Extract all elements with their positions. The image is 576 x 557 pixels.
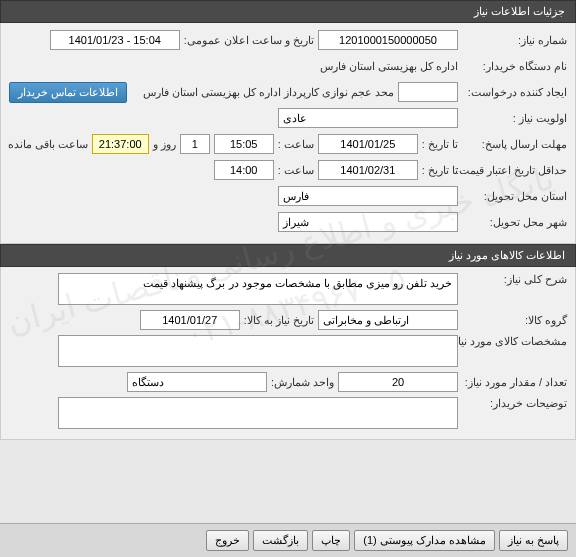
spec-label: مشخصات کالای مورد نیاز:: [462, 335, 567, 348]
requester-input[interactable]: [398, 82, 458, 102]
province-value: فارس: [278, 186, 458, 206]
remaining-time: 21:37:00: [92, 134, 149, 154]
need-number-label: شماره نیاز:: [462, 34, 567, 47]
spec-textarea[interactable]: [58, 335, 458, 367]
print-button[interactable]: چاپ: [312, 530, 350, 551]
announce-value: 1401/01/23 - 15:04: [50, 30, 180, 50]
to-date-label: تا تاریخ :: [422, 138, 458, 151]
unit-label: واحد شمارش:: [271, 376, 334, 389]
respond-button[interactable]: پاسخ به نیاز: [499, 530, 568, 551]
group-value: ارتباطی و مخابراتی: [318, 310, 458, 330]
validity-label: حداقل تاریخ اعتبار قیمت:: [462, 164, 567, 177]
back-button[interactable]: بازگشت: [253, 530, 308, 551]
need-date-label: تاریخ نیاز به کالا:: [244, 314, 314, 327]
unit-value: دستگاه: [127, 372, 267, 392]
days-label: روز و: [153, 138, 176, 151]
deadline-label: مهلت ارسال پاسخ:: [462, 138, 567, 151]
city-label: شهر محل تحویل:: [462, 216, 567, 229]
qty-label: تعداد / مقدار مورد نیاز:: [462, 376, 567, 389]
group-label: گروه کالا:: [462, 314, 567, 327]
remaining-label: ساعت باقی مانده: [8, 138, 88, 151]
priority-value: عادی: [278, 108, 458, 128]
priority-label: اولویت نیاز :: [462, 112, 567, 125]
contact-buyer-button[interactable]: اطلاعات تماس خریدار: [9, 82, 127, 103]
to-date-label-2: تا تاریخ :: [422, 164, 458, 177]
province-label: استان محل تحویل:: [462, 190, 567, 203]
buyer-value: اداره کل بهزیستی استان فارس: [320, 60, 458, 73]
buyer-label: نام دستگاه خریدار:: [462, 60, 567, 73]
time-label-2: ساعت :: [278, 164, 314, 177]
announce-label: تاریخ و ساعت اعلان عمومی:: [184, 34, 314, 47]
attachments-button[interactable]: مشاهده مدارک پیوستی (1): [354, 530, 495, 551]
time-label-1: ساعت :: [278, 138, 314, 151]
desc-textarea[interactable]: [58, 273, 458, 305]
validity-date-input[interactable]: [318, 160, 418, 180]
section2-content: شرح کلی نیاز: گروه کالا: ارتباطی و مخابر…: [0, 267, 576, 440]
section2-header: اطلاعات کالاهای مورد نیاز: [0, 244, 576, 267]
requester-value: محد عجم نوازی کارپرداز اداره کل بهزیستی …: [143, 86, 394, 99]
footer: پاسخ به نیاز مشاهده مدارک پیوستی (1) چاپ…: [0, 523, 576, 557]
qty-input[interactable]: [338, 372, 458, 392]
deadline-date-input[interactable]: [318, 134, 418, 154]
notes-label: توضیحات خریدار:: [462, 397, 567, 410]
exit-button[interactable]: خروج: [206, 530, 249, 551]
days-input[interactable]: [180, 134, 210, 154]
desc-label: شرح کلی نیاز:: [462, 273, 567, 286]
deadline-time-input[interactable]: [214, 134, 274, 154]
need-number-input[interactable]: [318, 30, 458, 50]
section1-content: شماره نیاز: تاریخ و ساعت اعلان عمومی: 14…: [0, 23, 576, 244]
section1-header: جزئیات اطلاعات نیاز: [0, 0, 576, 23]
notes-textarea[interactable]: [58, 397, 458, 429]
validity-time-input[interactable]: [214, 160, 274, 180]
city-value: شیراز: [278, 212, 458, 232]
need-date-input[interactable]: [140, 310, 240, 330]
requester-label: ایجاد کننده درخواست:: [462, 86, 567, 99]
